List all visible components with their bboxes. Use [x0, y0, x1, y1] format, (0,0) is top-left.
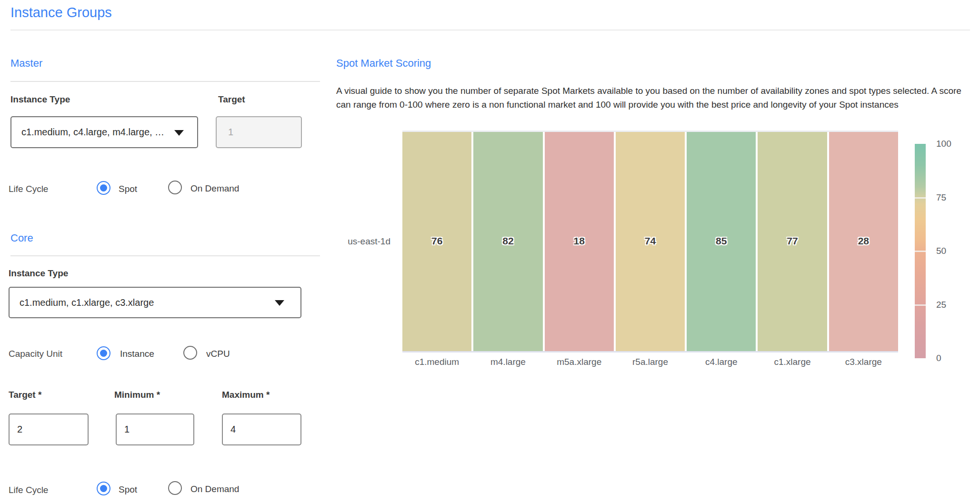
master-spot-radio[interactable]: [97, 181, 110, 195]
core-instance-type-select[interactable]: c1.medium, c1.xlarge, c3.xlarge: [9, 287, 301, 318]
core-maximum-label: Maximum *: [222, 390, 270, 400]
heatmap-cell[interactable]: 74: [616, 132, 685, 351]
master-instance-type-value: c1.medium, c4.large, m4.large, …: [11, 127, 164, 138]
core-maximum-input[interactable]: [222, 413, 301, 445]
color-scale-tick-label: 50: [936, 246, 946, 256]
chevron-down-icon: [275, 300, 284, 306]
scoring-heading: Spot Market Scoring: [336, 57, 431, 70]
heatmap-grid: 76821874857728: [402, 131, 898, 353]
divider: [10, 255, 320, 256]
page-title: Instance Groups: [10, 5, 112, 20]
heatmap-cell[interactable]: 76: [402, 132, 471, 351]
core-minimum-label: Minimum *: [114, 390, 160, 400]
master-on-demand-radio-label: On Demand: [190, 183, 239, 194]
divider: [10, 30, 970, 30]
capacity-vcpu-radio[interactable]: [183, 346, 197, 360]
master-spot-radio-label: Spot: [119, 184, 137, 194]
color-scale-bar: [915, 144, 926, 358]
core-life-cycle-label: Life Cycle: [9, 485, 48, 495]
heatmap-cell-value: 85: [687, 235, 756, 247]
heatmap-column-labels: c1.mediumm4.largem5a.xlarger5a.largec4.l…: [402, 357, 898, 367]
master-life-cycle-label: Life Cycle: [9, 184, 48, 194]
heatmap-column-label: r5a.large: [616, 357, 685, 367]
scoring-description: A visual guide to show you the number of…: [336, 84, 970, 111]
core-spot-radio-label: Spot: [119, 484, 137, 495]
master-target-input[interactable]: [216, 116, 302, 148]
heatmap-cell-value: 77: [758, 235, 827, 247]
heatmap-cell[interactable]: 82: [473, 132, 542, 351]
heatmap-column-label: c1.medium: [402, 357, 471, 367]
capacity-unit-label: Capacity Unit: [9, 349, 62, 359]
heatmap-row-label: us-east-1d: [329, 236, 390, 247]
core-section-heading: Core: [10, 232, 33, 244]
core-instance-type-label: Instance Type: [9, 268, 68, 279]
master-target-label: Target: [218, 94, 245, 105]
master-instance-type-select[interactable]: c1.medium, c4.large, m4.large, …: [10, 116, 198, 148]
heatmap-cell[interactable]: 28: [829, 132, 898, 351]
chevron-down-icon: [174, 130, 184, 136]
color-scale-separator: [915, 197, 926, 199]
heatmap-cell-value: 82: [473, 235, 542, 247]
master-section-heading: Master: [10, 57, 42, 70]
heatmap-column-label: m5a.xlarge: [545, 357, 614, 367]
heatmap-column-label: c1.xlarge: [758, 357, 827, 367]
master-instance-type-label: Instance Type: [10, 94, 70, 105]
color-scale-tick-label: 0: [936, 353, 941, 363]
color-scale-separator: [915, 304, 926, 306]
heatmap-column-label: c4.large: [687, 357, 756, 367]
divider: [10, 81, 320, 82]
instance-groups-page: Instance Groups Master Instance Type c1.…: [0, 0, 980, 504]
capacity-instance-radio-label: Instance: [120, 349, 154, 359]
core-spot-radio[interactable]: [97, 482, 110, 495]
capacity-instance-radio[interactable]: [97, 346, 110, 360]
core-target-label: Target *: [9, 390, 41, 400]
core-on-demand-radio-label: On Demand: [190, 484, 239, 494]
color-scale-tick-label: 75: [936, 192, 946, 203]
heatmap-cell-value: 18: [545, 235, 614, 247]
heatmap-cell-value: 28: [829, 235, 898, 247]
heatmap-cell-value: 74: [616, 235, 685, 247]
capacity-vcpu-radio-label: vCPU: [206, 349, 230, 359]
color-scale-ticks: 1007550250: [936, 144, 965, 358]
heatmap-cell[interactable]: 85: [687, 132, 756, 351]
color-scale-tick-label: 25: [936, 300, 946, 310]
heatmap-column-label: c3.xlarge: [829, 357, 898, 367]
color-scale-separator: [915, 251, 926, 252]
master-on-demand-radio[interactable]: [168, 181, 182, 194]
heatmap-cell[interactable]: 77: [758, 132, 827, 351]
core-minimum-input[interactable]: [116, 413, 194, 445]
heatmap-cell-value: 76: [402, 235, 471, 247]
color-scale-tick-label: 100: [936, 139, 951, 149]
core-target-input[interactable]: [9, 413, 89, 445]
heatmap-column-label: m4.large: [473, 357, 542, 367]
core-on-demand-radio[interactable]: [168, 481, 182, 495]
core-instance-type-value: c1.medium, c1.xlarge, c3.xlarge: [10, 297, 154, 308]
heatmap-cell[interactable]: 18: [545, 132, 614, 351]
